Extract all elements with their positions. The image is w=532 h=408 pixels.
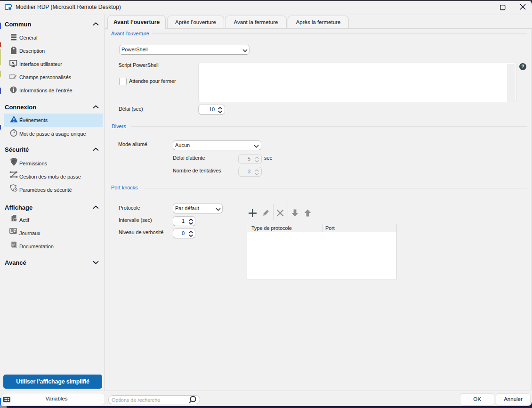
svg-text:?: ? [521,64,524,69]
